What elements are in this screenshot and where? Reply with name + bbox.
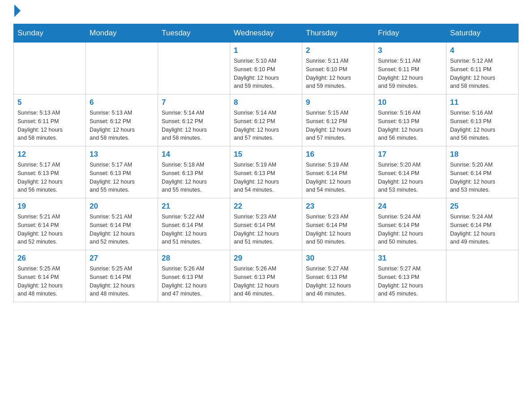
day-number: 23 xyxy=(306,202,370,211)
calendar-cell: 4Sunrise: 5:12 AM Sunset: 6:11 PM Daylig… xyxy=(446,43,519,94)
day-number: 28 xyxy=(162,254,226,263)
calendar-cell xyxy=(86,43,158,94)
calendar-cell: 11Sunrise: 5:16 AM Sunset: 6:13 PM Dayli… xyxy=(446,94,519,146)
day-info: Sunrise: 5:18 AM Sunset: 6:13 PM Dayligh… xyxy=(162,161,226,194)
day-info: Sunrise: 5:15 AM Sunset: 6:12 PM Dayligh… xyxy=(306,109,370,142)
day-number: 15 xyxy=(234,150,298,159)
calendar-cell: 9Sunrise: 5:15 AM Sunset: 6:12 PM Daylig… xyxy=(302,94,374,146)
day-number: 3 xyxy=(378,46,442,55)
day-info: Sunrise: 5:17 AM Sunset: 6:13 PM Dayligh… xyxy=(90,161,154,194)
day-info: Sunrise: 5:21 AM Sunset: 6:14 PM Dayligh… xyxy=(17,213,82,246)
calendar-cell: 8Sunrise: 5:14 AM Sunset: 6:12 PM Daylig… xyxy=(230,94,302,146)
day-number: 20 xyxy=(90,202,154,211)
day-info: Sunrise: 5:27 AM Sunset: 6:13 PM Dayligh… xyxy=(378,265,442,298)
day-number: 29 xyxy=(234,254,298,263)
day-number: 13 xyxy=(90,150,154,159)
day-info: Sunrise: 5:14 AM Sunset: 6:12 PM Dayligh… xyxy=(162,109,226,142)
page-header xyxy=(13,9,519,15)
day-info: Sunrise: 5:16 AM Sunset: 6:13 PM Dayligh… xyxy=(378,109,442,142)
day-info: Sunrise: 5:14 AM Sunset: 6:12 PM Dayligh… xyxy=(234,109,298,142)
day-number: 7 xyxy=(162,98,226,107)
calendar-cell: 27Sunrise: 5:25 AM Sunset: 6:14 PM Dayli… xyxy=(86,250,158,302)
day-info: Sunrise: 5:23 AM Sunset: 6:14 PM Dayligh… xyxy=(234,213,298,246)
day-info: Sunrise: 5:20 AM Sunset: 6:14 PM Dayligh… xyxy=(378,161,442,194)
day-info: Sunrise: 5:25 AM Sunset: 6:14 PM Dayligh… xyxy=(90,265,154,298)
day-number: 26 xyxy=(17,254,82,263)
calendar-cell: 6Sunrise: 5:13 AM Sunset: 6:12 PM Daylig… xyxy=(86,94,158,146)
calendar-cell: 3Sunrise: 5:11 AM Sunset: 6:11 PM Daylig… xyxy=(374,43,446,94)
weekday-header-wednesday: Wednesday xyxy=(230,24,302,43)
day-info: Sunrise: 5:20 AM Sunset: 6:14 PM Dayligh… xyxy=(450,161,515,194)
day-info: Sunrise: 5:12 AM Sunset: 6:11 PM Dayligh… xyxy=(450,57,515,90)
day-info: Sunrise: 5:21 AM Sunset: 6:14 PM Dayligh… xyxy=(90,213,154,246)
weekday-header-tuesday: Tuesday xyxy=(158,24,230,43)
calendar-cell: 29Sunrise: 5:26 AM Sunset: 6:13 PM Dayli… xyxy=(230,250,302,302)
calendar-cell xyxy=(14,43,86,94)
calendar-week-row: 26Sunrise: 5:25 AM Sunset: 6:14 PM Dayli… xyxy=(14,250,519,302)
calendar-cell: 12Sunrise: 5:17 AM Sunset: 6:13 PM Dayli… xyxy=(14,146,86,198)
day-number: 24 xyxy=(378,202,442,211)
calendar-week-row: 19Sunrise: 5:21 AM Sunset: 6:14 PM Dayli… xyxy=(14,198,519,250)
day-number: 30 xyxy=(306,254,370,263)
day-number: 12 xyxy=(17,150,82,159)
day-number: 9 xyxy=(306,98,370,107)
calendar-cell: 23Sunrise: 5:23 AM Sunset: 6:14 PM Dayli… xyxy=(302,198,374,250)
day-number: 4 xyxy=(450,46,515,55)
day-info: Sunrise: 5:26 AM Sunset: 6:13 PM Dayligh… xyxy=(162,265,226,298)
day-number: 16 xyxy=(306,150,370,159)
day-info: Sunrise: 5:13 AM Sunset: 6:12 PM Dayligh… xyxy=(90,109,154,142)
logo xyxy=(13,9,21,15)
weekday-header-monday: Monday xyxy=(86,24,158,43)
calendar-cell xyxy=(158,43,230,94)
day-number: 21 xyxy=(162,202,226,211)
calendar-cell: 28Sunrise: 5:26 AM Sunset: 6:13 PM Dayli… xyxy=(158,250,230,302)
day-number: 17 xyxy=(378,150,442,159)
day-number: 5 xyxy=(17,98,82,107)
day-number: 2 xyxy=(306,46,370,55)
calendar-cell: 2Sunrise: 5:11 AM Sunset: 6:10 PM Daylig… xyxy=(302,43,374,94)
calendar-cell: 30Sunrise: 5:27 AM Sunset: 6:13 PM Dayli… xyxy=(302,250,374,302)
day-number: 1 xyxy=(234,46,298,55)
calendar-header-row: SundayMondayTuesdayWednesdayThursdayFrid… xyxy=(14,24,519,43)
calendar-cell: 19Sunrise: 5:21 AM Sunset: 6:14 PM Dayli… xyxy=(14,198,86,250)
day-number: 14 xyxy=(162,150,226,159)
day-info: Sunrise: 5:27 AM Sunset: 6:13 PM Dayligh… xyxy=(306,265,370,298)
calendar-cell: 20Sunrise: 5:21 AM Sunset: 6:14 PM Dayli… xyxy=(86,198,158,250)
day-info: Sunrise: 5:26 AM Sunset: 6:13 PM Dayligh… xyxy=(234,265,298,298)
day-info: Sunrise: 5:25 AM Sunset: 6:14 PM Dayligh… xyxy=(17,265,82,298)
logo-arrow-icon xyxy=(14,4,21,17)
calendar-cell: 31Sunrise: 5:27 AM Sunset: 6:13 PM Dayli… xyxy=(374,250,446,302)
day-number: 19 xyxy=(17,202,82,211)
day-number: 10 xyxy=(378,98,442,107)
calendar-cell: 24Sunrise: 5:24 AM Sunset: 6:14 PM Dayli… xyxy=(374,198,446,250)
weekday-header-thursday: Thursday xyxy=(302,24,374,43)
calendar-cell: 16Sunrise: 5:19 AM Sunset: 6:14 PM Dayli… xyxy=(302,146,374,198)
calendar-cell: 26Sunrise: 5:25 AM Sunset: 6:14 PM Dayli… xyxy=(14,250,86,302)
calendar-cell: 18Sunrise: 5:20 AM Sunset: 6:14 PM Dayli… xyxy=(446,146,519,198)
day-number: 27 xyxy=(90,254,154,263)
calendar-cell: 17Sunrise: 5:20 AM Sunset: 6:14 PM Dayli… xyxy=(374,146,446,198)
day-info: Sunrise: 5:13 AM Sunset: 6:11 PM Dayligh… xyxy=(17,109,82,142)
calendar-cell: 7Sunrise: 5:14 AM Sunset: 6:12 PM Daylig… xyxy=(158,94,230,146)
day-info: Sunrise: 5:19 AM Sunset: 6:13 PM Dayligh… xyxy=(234,161,298,194)
calendar-table: SundayMondayTuesdayWednesdayThursdayFrid… xyxy=(13,24,519,302)
calendar-cell: 5Sunrise: 5:13 AM Sunset: 6:11 PM Daylig… xyxy=(14,94,86,146)
day-number: 8 xyxy=(234,98,298,107)
weekday-header-saturday: Saturday xyxy=(446,24,519,43)
day-number: 22 xyxy=(234,202,298,211)
calendar-cell: 21Sunrise: 5:22 AM Sunset: 6:14 PM Dayli… xyxy=(158,198,230,250)
day-info: Sunrise: 5:19 AM Sunset: 6:14 PM Dayligh… xyxy=(306,161,370,194)
day-info: Sunrise: 5:24 AM Sunset: 6:14 PM Dayligh… xyxy=(450,213,515,246)
calendar-cell: 10Sunrise: 5:16 AM Sunset: 6:13 PM Dayli… xyxy=(374,94,446,146)
calendar-cell: 15Sunrise: 5:19 AM Sunset: 6:13 PM Dayli… xyxy=(230,146,302,198)
calendar-cell: 14Sunrise: 5:18 AM Sunset: 6:13 PM Dayli… xyxy=(158,146,230,198)
day-info: Sunrise: 5:22 AM Sunset: 6:14 PM Dayligh… xyxy=(162,213,226,246)
day-info: Sunrise: 5:23 AM Sunset: 6:14 PM Dayligh… xyxy=(306,213,370,246)
day-info: Sunrise: 5:11 AM Sunset: 6:10 PM Dayligh… xyxy=(306,57,370,90)
calendar-cell: 13Sunrise: 5:17 AM Sunset: 6:13 PM Dayli… xyxy=(86,146,158,198)
day-info: Sunrise: 5:16 AM Sunset: 6:13 PM Dayligh… xyxy=(450,109,515,142)
day-number: 6 xyxy=(90,98,154,107)
calendar-week-row: 5Sunrise: 5:13 AM Sunset: 6:11 PM Daylig… xyxy=(14,94,519,146)
calendar-cell: 25Sunrise: 5:24 AM Sunset: 6:14 PM Dayli… xyxy=(446,198,519,250)
day-info: Sunrise: 5:10 AM Sunset: 6:10 PM Dayligh… xyxy=(234,57,298,90)
